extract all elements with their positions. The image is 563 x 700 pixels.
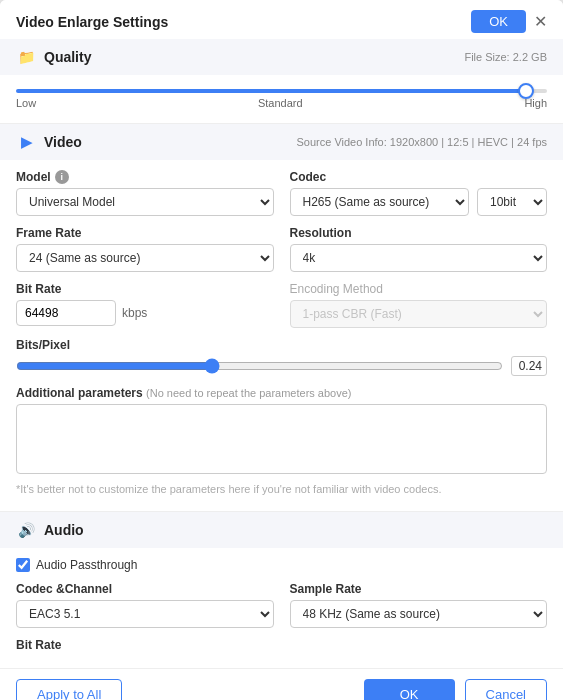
quality-header-left: 📁 Quality — [16, 47, 91, 67]
audio-bitrate-label-text: Bit Rate — [16, 638, 547, 652]
resolution-select[interactable]: 4k2k1080p720p — [290, 244, 548, 272]
audio-body: Audio Passthrough Codec &Channel EAC3 5.… — [0, 548, 563, 668]
framerate-resolution-row: Frame Rate 24 (Same as source)3060 Resol… — [16, 226, 547, 272]
codec-bit-select[interactable]: 10bit8bit — [477, 188, 547, 216]
quality-slider-container — [16, 89, 547, 93]
audio-section-header: 🔊 Audio — [0, 512, 563, 548]
label-standard: Standard — [258, 97, 303, 109]
audio-bitrate-group: Bit Rate — [16, 638, 547, 652]
bits-pixel-label-text: Bits/Pixel — [16, 338, 547, 352]
bitrate-encoding-row: Bit Rate kbps Encoding Method 1-pass CBR… — [16, 282, 547, 328]
quality-icon: 📁 — [16, 47, 36, 67]
title-bar-actions: OK ✕ — [471, 10, 547, 33]
sample-rate-select[interactable]: 48 KHz (Same as source)44.1 KHz96 KHz — [290, 600, 548, 628]
audio-header-left: 🔊 Audio — [16, 520, 84, 540]
encoding-select[interactable]: 1-pass CBR (Fast)2-pass CBRVBR — [290, 300, 548, 328]
encoding-label-text: Encoding Method — [290, 282, 548, 296]
framerate-select[interactable]: 24 (Same as source)3060 — [16, 244, 274, 272]
video-icon: ▶ — [16, 132, 36, 152]
model-group: Model i Universal ModelStandard Model — [16, 170, 274, 216]
sample-rate-label-text: Sample Rate — [290, 582, 548, 596]
ok-top-button[interactable]: OK — [471, 10, 526, 33]
framerate-label-text: Frame Rate — [16, 226, 274, 240]
quality-slider-labels: Low Standard High — [16, 97, 547, 109]
video-label: Video — [44, 134, 82, 150]
bitrate-input[interactable] — [16, 300, 116, 326]
codec-label-text: Codec — [290, 170, 548, 184]
passthrough-label[interactable]: Audio Passthrough — [36, 558, 137, 572]
ok-button[interactable]: OK — [364, 679, 455, 700]
framerate-group: Frame Rate 24 (Same as source)3060 — [16, 226, 274, 272]
file-size-value: 2.2 GB — [513, 51, 547, 63]
codec-select[interactable]: H265 (Same as source)H264H265AV1 — [290, 188, 470, 216]
audio-codec-label-text: Codec &Channel — [16, 582, 274, 596]
label-low: Low — [16, 97, 36, 109]
audio-codec-samplerate-row: Codec &Channel EAC3 5.1AAC 5.1AAC 2.0 Sa… — [16, 582, 547, 628]
model-codec-row: Model i Universal ModelStandard Model Co… — [16, 170, 547, 216]
quality-body: Low Standard High — [0, 75, 563, 123]
passthrough-row: Audio Passthrough — [16, 558, 547, 572]
model-info-icon[interactable]: i — [55, 170, 69, 184]
additional-params-note: (No need to repeat the parameters above) — [146, 387, 351, 399]
bits-slider-row — [16, 356, 547, 376]
footer: Apply to All OK Cancel — [0, 668, 563, 700]
bits-pixel-value[interactable] — [511, 356, 547, 376]
codec-group: Codec H265 (Same as source)H264H265AV1 1… — [290, 170, 548, 216]
title-bar: Video Enlarge Settings OK ✕ — [0, 0, 563, 39]
bits-pixel-section: Bits/Pixel — [16, 338, 547, 376]
file-size-info: File Size: 2.2 GB — [464, 51, 547, 63]
apply-all-button[interactable]: Apply to All — [16, 679, 122, 700]
resolution-group: Resolution 4k2k1080p720p — [290, 226, 548, 272]
quality-section-header: 📁 Quality File Size: 2.2 GB — [0, 39, 563, 75]
bitrate-label-text: Bit Rate — [16, 282, 274, 296]
model-label-text: Model i — [16, 170, 274, 184]
quality-label: Quality — [44, 49, 91, 65]
video-body: Model i Universal ModelStandard Model Co… — [0, 160, 563, 511]
audio-icon: 🔊 — [16, 520, 36, 540]
model-select[interactable]: Universal ModelStandard Model — [16, 188, 274, 216]
bitrate-input-wrap: kbps — [16, 300, 274, 326]
dialog-title: Video Enlarge Settings — [16, 14, 168, 30]
encoding-group: Encoding Method 1-pass CBR (Fast)2-pass … — [290, 282, 548, 328]
bitrate-group: Bit Rate kbps — [16, 282, 274, 328]
audio-codec-group: Codec &Channel EAC3 5.1AAC 5.1AAC 2.0 — [16, 582, 274, 628]
sample-rate-group: Sample Rate 48 KHz (Same as source)44.1 … — [290, 582, 548, 628]
quality-slider-track — [16, 89, 547, 93]
resolution-label-text: Resolution — [290, 226, 548, 240]
quality-slider-thumb — [518, 83, 534, 99]
codec-row: H265 (Same as source)H264H265AV1 10bit8b… — [290, 188, 548, 216]
additional-params-warning: *It's better not to customize the parame… — [16, 483, 547, 495]
source-info: Source Video Info: 1920x800 | 12:5 | HEV… — [296, 136, 547, 148]
additional-params-section: Additional parameters (No need to repeat… — [16, 386, 547, 495]
audio-codec-select[interactable]: EAC3 5.1AAC 5.1AAC 2.0 — [16, 600, 274, 628]
video-section-header: ▶ Video Source Video Info: 1920x800 | 12… — [0, 124, 563, 160]
additional-params-label-text: Additional parameters (No need to repeat… — [16, 386, 547, 400]
audio-label: Audio — [44, 522, 84, 538]
additional-params-textarea[interactable] — [16, 404, 547, 474]
cancel-button[interactable]: Cancel — [465, 679, 547, 700]
bits-pixel-slider[interactable] — [16, 358, 503, 374]
close-button[interactable]: ✕ — [534, 14, 547, 30]
file-size-label: File Size: — [464, 51, 509, 63]
content-area: 📁 Quality File Size: 2.2 GB Low Standard… — [0, 39, 563, 668]
video-header-left: ▶ Video — [16, 132, 82, 152]
passthrough-checkbox[interactable] — [16, 558, 30, 572]
bitrate-unit: kbps — [122, 306, 147, 320]
dialog: Video Enlarge Settings OK ✕ 📁 Quality Fi… — [0, 0, 563, 700]
